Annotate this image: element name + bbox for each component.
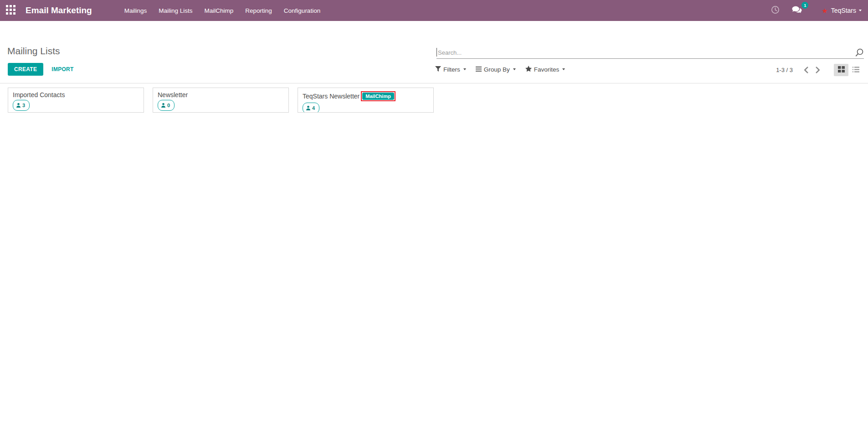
search-input[interactable] — [437, 47, 864, 58]
star-icon — [525, 66, 532, 73]
contact-count-pill: 4 — [303, 103, 319, 113]
kanban-grid-icon — [838, 66, 845, 74]
chevron-down-icon — [463, 68, 466, 70]
contact-count-pill: 3 — [13, 100, 30, 111]
menu-item-configuration[interactable]: Configuration — [278, 0, 326, 21]
kanban-view-button[interactable] — [834, 64, 848, 76]
view-switcher — [834, 64, 863, 76]
group-by-dropdown[interactable]: Group By — [476, 66, 516, 73]
filter-icon — [435, 66, 441, 73]
contact-count: 4 — [312, 106, 315, 111]
user-menu[interactable]: ★ TeqStars — [822, 7, 862, 14]
import-button[interactable]: IMPORT — [45, 63, 80, 76]
search-icon[interactable] — [855, 48, 864, 59]
filters-dropdown[interactable]: Filters — [435, 66, 466, 73]
mailing-list-card[interactable]: Newsletter 0 — [153, 88, 289, 113]
user-icon — [306, 104, 310, 112]
messages-button[interactable]: 1 — [788, 5, 806, 16]
chat-icon — [792, 5, 802, 16]
user-icon — [161, 101, 165, 109]
user-avatar-star-icon: ★ — [822, 7, 827, 14]
pager: 1-3 / 3 — [776, 64, 863, 76]
text-cursor — [437, 48, 437, 57]
mailing-list-card[interactable]: TeqStars Newsletter MailChimp 4 — [298, 88, 434, 113]
card-title-row: Newsletter — [158, 91, 284, 98]
menu-item-reporting[interactable]: Reporting — [239, 0, 278, 21]
chevron-down-icon — [859, 10, 862, 11]
clock-icon — [771, 5, 780, 16]
page-title: Mailing Lists — [7, 46, 60, 57]
navbar-menu: MailingsMailing ListsMailChimpReportingC… — [118, 0, 326, 21]
bars-icon — [476, 66, 482, 73]
user-name: TeqStars — [831, 7, 856, 14]
search-filter-menus: Filters Group By Favorites — [435, 66, 565, 73]
favorites-dropdown[interactable]: Favorites — [525, 66, 565, 73]
pager-next-button[interactable] — [812, 67, 824, 73]
list-view-button[interactable] — [848, 64, 863, 76]
menu-item-mailing-lists[interactable]: Mailing Lists — [153, 0, 198, 21]
mailchimp-tag-highlight-box: MailChimp — [361, 91, 395, 101]
systray: 1 ★ TeqStars — [767, 5, 868, 16]
menu-item-mailchimp[interactable]: MailChimp — [199, 0, 240, 21]
mailing-list-name: Newsletter — [158, 91, 188, 98]
control-panel: Mailing Lists CREATE IMPORT Filters Grou… — [0, 21, 868, 83]
pager-value[interactable]: 1-3 / 3 — [776, 67, 793, 73]
messages-count-badge: 1 — [801, 2, 808, 9]
search-box — [437, 47, 864, 59]
favorites-label: Favorites — [534, 66, 560, 73]
mailchimp-tag: MailChimp — [362, 93, 394, 100]
mailing-list-name: TeqStars Newsletter — [303, 93, 360, 100]
contact-count: 3 — [22, 103, 25, 108]
card-title-row: TeqStars Newsletter MailChimp — [303, 91, 429, 101]
mailing-list-name: Imported Contacts — [13, 91, 65, 98]
activities-button[interactable] — [767, 5, 784, 16]
kanban-view: Imported Contacts 3 Newsletter 0 — [0, 83, 868, 117]
list-icon — [853, 67, 859, 74]
group-by-label: Group By — [484, 66, 510, 73]
apps-menu-button[interactable] — [0, 0, 21, 21]
apps-grid-icon — [6, 5, 15, 16]
app-name[interactable]: Email Marketing — [26, 5, 92, 16]
card-title-row: Imported Contacts — [13, 91, 139, 98]
chevron-down-icon — [513, 68, 516, 70]
filters-label: Filters — [443, 66, 460, 73]
contact-count: 0 — [167, 103, 170, 108]
user-icon — [16, 101, 21, 109]
action-buttons: CREATE IMPORT — [8, 63, 80, 76]
pager-previous-button[interactable] — [800, 67, 812, 73]
mailing-list-card[interactable]: Imported Contacts 3 — [8, 88, 144, 113]
chevron-down-icon — [562, 68, 565, 70]
top-navbar: Email Marketing MailingsMailing ListsMai… — [0, 0, 868, 21]
create-button[interactable]: CREATE — [8, 63, 43, 76]
contact-count-pill: 0 — [158, 100, 175, 111]
menu-item-mailings[interactable]: Mailings — [118, 0, 153, 21]
